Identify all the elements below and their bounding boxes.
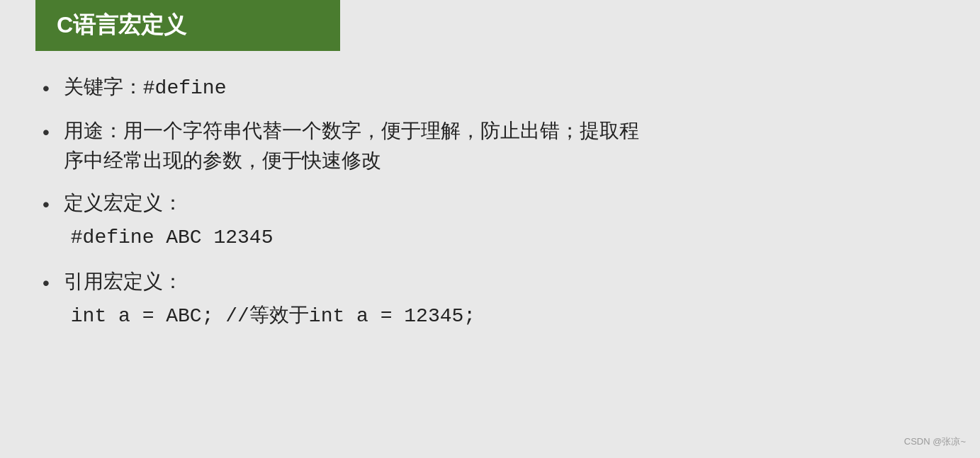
bullet-text-2: 用途：用一个字符串代替一个数字，便于理解，防止出错；提取程序中经常出现的参数，便… <box>64 116 639 176</box>
bullet-dot-4: • <box>43 268 50 298</box>
bullet-item-4: • 引用宏定义： int a = ABC; //等效于int a = 12345… <box>43 267 937 333</box>
content-area: • 关键字：#define • 用途：用一个字符串代替一个数字，便于理解，防止出… <box>0 51 980 367</box>
bullet-list: • 关键字：#define • 用途：用一个字符串代替一个数字，便于理解，防止出… <box>43 72 937 333</box>
slide-container: C语言宏定义 • 关键字：#define • 用途：用一个字符串代替一个数字，便… <box>0 0 980 458</box>
bullet-dot-3: • <box>43 190 50 219</box>
bullet-text-1: 关键字：#define <box>64 72 227 103</box>
keyword-define: #define <box>143 77 227 99</box>
bullet-text-4: 引用宏定义： int a = ABC; //等效于int a = 12345; <box>64 267 475 333</box>
title-bar: C语言宏定义 <box>35 0 340 51</box>
code-block-define: #define ABC 12345 <box>71 222 274 254</box>
watermark: CSDN @张凉~ <box>904 435 966 448</box>
bullet-text-3: 定义宏定义： #define ABC 12345 <box>64 188 274 254</box>
bullet-item-1: • 关键字：#define <box>43 72 937 103</box>
code-block-usage: int a = ABC; //等效于int a = 12345; <box>71 301 475 333</box>
bullet-item-3: • 定义宏定义： #define ABC 12345 <box>43 188 937 254</box>
slide-title: C语言宏定义 <box>57 12 186 38</box>
bullet-item-2: • 用途：用一个字符串代替一个数字，便于理解，防止出错；提取程序中经常出现的参数… <box>43 116 937 176</box>
bullet-dot-2: • <box>43 118 50 147</box>
bullet-dot-1: • <box>43 74 50 103</box>
